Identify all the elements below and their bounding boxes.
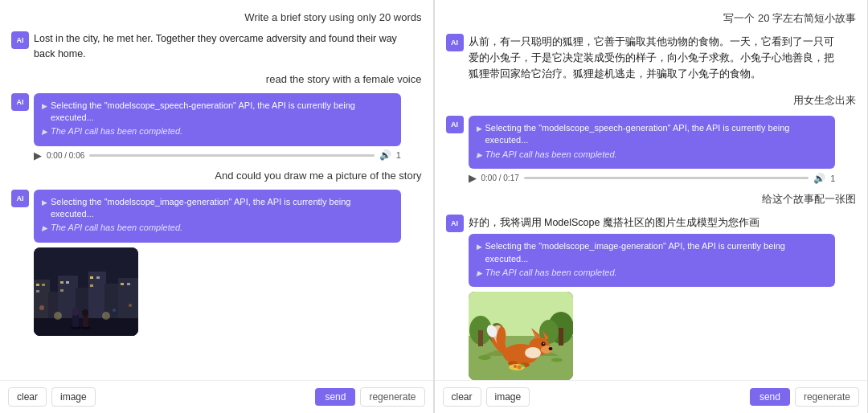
left-api-block-1: ▶ Selecting the "modelscope_speech-gener… [34,93,401,146]
right-audio-progress-bar[interactable] [524,177,809,179]
right-avatar-3: AI [446,215,464,232]
left-regenerate-button[interactable]: regenerate [360,387,424,407]
svg-point-48 [542,343,544,345]
svg-point-20 [54,312,62,320]
svg-point-27 [82,309,88,316]
play-icon[interactable]: ▶ [34,149,42,162]
svg-rect-36 [559,328,563,346]
right-generated-image [469,292,573,380]
right-panel: 写一个 20 字左右简短小故事 AI 从前，有一只聪明的狐狸，它善于骗取其他动物… [435,0,869,413]
left-user-msg-1: Write a brief story using only 20 words [244,10,421,25]
left-chat-area: Write a brief story using only 20 words … [0,0,433,380]
right-story-text: 从前，有一只聪明的狐狸，它善于骗取其他动物的食物。一天，它看到了一只可爱的小兔子… [469,34,836,82]
audio-progress-bar[interactable] [89,154,375,157]
svg-rect-11 [60,281,63,284]
svg-rect-8 [36,284,39,286]
svg-point-61 [521,364,524,367]
svg-rect-12 [66,281,69,284]
right-user-msg-1: 写一个 20 字左右简短小故事 [723,10,856,27]
svg-point-46 [548,347,552,350]
right-assistant-msg-3: AI 好的，我将调用 ModelScope 魔搭社区的图片生成模型为您作画 ▶ … [446,215,836,380]
svg-rect-10 [36,290,39,292]
right-clear-button[interactable]: clear [443,387,481,407]
left-story-text: Lost in the city, he met her. Together t… [34,31,401,62]
left-avatar-1: AI [11,31,29,49]
right-volume-icon[interactable]: 🔊 [813,173,825,184]
left-avatar-3: AI [11,190,29,207]
right-user-msg-2: 用女生念出来 [793,92,856,109]
volume-icon[interactable]: 🔊 [379,149,391,161]
right-api-block-1: ▶ Selecting the "modelscope_speech-gener… [469,116,836,169]
svg-rect-17 [121,283,124,285]
right-api-block-2: ▶ Selecting the "modelscope_image-genera… [469,234,836,287]
svg-point-28 [39,305,44,310]
right-assistant-msg-1: AI 从前，有一只聪明的狐狸，它善于骗取其他动物的食物。一天，它看到了一只可爱的… [446,34,836,85]
svg-rect-16 [90,284,93,287]
left-audio-player[interactable]: ▶ 0:00 / 0:06 🔊 1 [34,149,401,162]
svg-point-41 [478,355,491,360]
left-assistant-msg-2: AI ▶ Selecting the "modelscope_speech-ge… [11,93,401,162]
left-send-button[interactable]: send [315,388,355,406]
left-assistant-msg-3: AI ▶ Selecting the "modelscope_image-gen… [11,190,401,336]
svg-point-30 [129,304,132,307]
left-image-button[interactable]: image [51,387,96,407]
left-assistant-msg-1: AI Lost in the city, he met her. Togethe… [11,31,401,65]
right-play-icon[interactable]: ▶ [469,172,477,184]
svg-rect-23 [72,314,79,327]
left-panel: Write a brief story using only 20 words … [0,0,434,413]
left-avatar-2: AI [11,93,29,111]
left-bottom-bar: clear image send regenerate [0,380,433,413]
left-generated-image [34,247,138,336]
svg-point-21 [102,312,110,320]
right-user-msg-3: 给这个故事配一张图 [762,190,856,208]
right-audio-player[interactable]: ▶ 0:00 / 0:17 🔊 1 [469,172,836,184]
right-assistant-msg-2: AI ▶ Selecting the "modelscope_speech-ge… [446,116,836,184]
left-api-block-2: ▶ Selecting the "modelscope_image-genera… [34,190,401,243]
left-user-msg-3: And could you draw me a picture of the s… [215,168,421,183]
svg-point-29 [113,309,116,312]
svg-point-24 [72,308,80,316]
right-avatar-1: AI [446,34,464,51]
svg-rect-26 [83,315,88,327]
svg-rect-34 [478,330,483,346]
right-send-button[interactable]: send [750,388,790,406]
left-user-msg-2: read the story with a female voice [266,72,422,87]
svg-rect-14 [90,276,93,279]
right-chat-area: 写一个 20 字左右简短小故事 AI 从前，有一只聪明的狐狸，它善于骗取其他动物… [435,0,868,380]
svg-rect-15 [96,276,100,279]
right-prefix-text: 好的，我将调用 ModelScope 魔搭社区的图片生成模型为您作画 [469,215,836,231]
right-image-button[interactable]: image [486,387,530,407]
right-avatar-2: AI [446,116,464,133]
right-bottom-bar: clear image send regenerate [435,380,868,413]
svg-point-42 [551,358,563,362]
svg-point-60 [517,366,521,370]
svg-rect-9 [42,284,45,286]
right-regenerate-button[interactable]: regenerate [795,387,859,407]
svg-point-53 [525,347,541,358]
left-clear-button[interactable]: clear [8,387,47,407]
svg-point-59 [514,365,517,368]
svg-rect-13 [60,289,63,292]
svg-rect-18 [127,283,130,285]
